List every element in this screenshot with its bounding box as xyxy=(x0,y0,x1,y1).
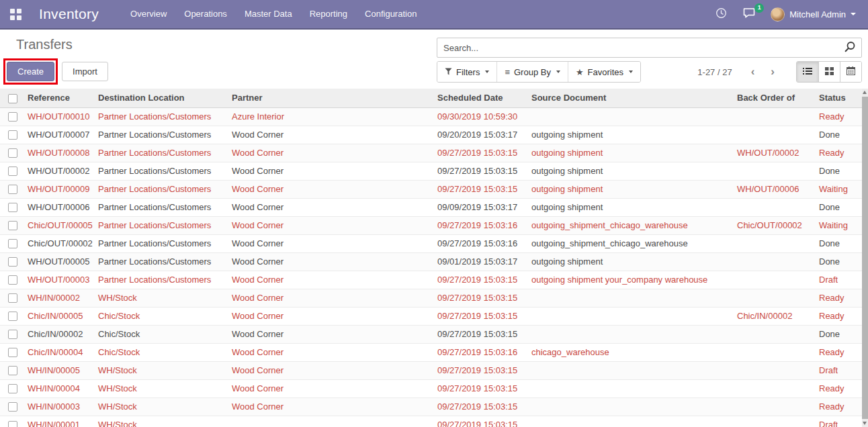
column-header-source-document[interactable]: Source Document xyxy=(529,89,735,107)
row-checkbox[interactable] xyxy=(8,148,17,158)
row-checkbox[interactable] xyxy=(8,421,17,427)
column-header-scheduled-date[interactable]: Scheduled Date xyxy=(435,89,529,107)
cell-destination: Partner Locations/Customers xyxy=(96,144,230,162)
menu-master-data[interactable]: Master Data xyxy=(236,0,301,29)
column-header-reference[interactable]: Reference xyxy=(26,89,96,107)
cell-destination: Partner Locations/Customers xyxy=(96,180,230,198)
table-row[interactable]: Chic/IN/00004Chic/StockWood Corner09/27/… xyxy=(0,343,862,361)
table-body: WH/OUT/00010Partner Locations/CustomersA… xyxy=(0,107,862,427)
scrollbar-thumb[interactable] xyxy=(862,97,868,419)
row-checkbox[interactable] xyxy=(8,203,17,212)
search-input[interactable] xyxy=(437,43,838,53)
select-all-checkbox[interactable] xyxy=(8,94,17,103)
search-icon xyxy=(844,41,856,55)
table-row[interactable]: WH/IN/00004WH/StockWood Corner09/27/2019… xyxy=(0,379,862,397)
cell-source-document xyxy=(529,289,735,307)
row-checkbox[interactable] xyxy=(8,130,17,140)
cell-partner: Wood Corner xyxy=(230,162,435,180)
filters-button[interactable]: Filters xyxy=(437,62,496,82)
row-checkbox[interactable] xyxy=(8,330,17,339)
row-checkbox[interactable] xyxy=(8,239,17,248)
row-checkbox[interactable] xyxy=(8,257,17,267)
scroll-down-arrow[interactable] xyxy=(863,422,867,425)
main-menu: Overview Operations Master Data Reportin… xyxy=(122,0,425,29)
table-row[interactable]: WH/OUT/00006Partner Locations/CustomersW… xyxy=(0,198,862,216)
cell-status: Ready xyxy=(817,343,862,361)
activities-button[interactable] xyxy=(710,3,732,25)
cell-scheduled-date: 09/27/2019 15:03:15 xyxy=(435,162,529,180)
row-checkbox[interactable] xyxy=(8,366,17,375)
cell-reference: WH/OUT/00008 xyxy=(26,144,96,162)
favorites-button[interactable]: ★ Favorites xyxy=(568,62,640,82)
table-row[interactable]: WH/IN/00001WH/Stock09/27/2019 15:03:15Dr… xyxy=(0,416,862,427)
search-button[interactable] xyxy=(838,41,861,55)
table-row[interactable]: WH/OUT/00008Partner Locations/CustomersW… xyxy=(0,144,862,162)
table-row[interactable]: WH/OUT/00007Partner Locations/CustomersW… xyxy=(0,126,862,144)
pager-next-button[interactable]: › xyxy=(764,62,781,81)
row-checkbox[interactable] xyxy=(8,221,17,230)
cell-back-order-of: Chic/IN/00002 xyxy=(735,307,817,325)
row-checkbox[interactable] xyxy=(8,167,17,176)
messages-button[interactable]: 1 xyxy=(738,3,761,25)
cell-scheduled-date: 09/27/2019 15:03:15 xyxy=(435,361,529,379)
table-row[interactable]: Chic/OUT/00002Partner Locations/Customer… xyxy=(0,234,862,252)
transfers-table: ReferenceDestination LocationPartnerSche… xyxy=(0,89,862,427)
cell-status: Ready xyxy=(817,289,862,307)
import-button[interactable]: Import xyxy=(62,62,108,81)
column-header-destination-location[interactable]: Destination Location xyxy=(96,89,230,107)
row-checkbox[interactable] xyxy=(8,275,17,285)
row-checkbox[interactable] xyxy=(8,112,17,122)
cell-reference: Chic/IN/00005 xyxy=(26,307,96,325)
cell-reference: WH/OUT/00006 xyxy=(26,198,96,216)
table-row[interactable]: WH/IN/00003WH/StockWood Corner09/27/2019… xyxy=(0,397,862,416)
cell-partner: Wood Corner xyxy=(230,379,435,397)
star-icon: ★ xyxy=(576,67,584,77)
row-checkbox[interactable] xyxy=(8,384,17,393)
table-row[interactable]: WH/OUT/00009Partner Locations/CustomersW… xyxy=(0,180,862,198)
table-row[interactable]: Chic/OUT/00005Partner Locations/Customer… xyxy=(0,216,862,234)
column-header-back-order-of[interactable]: Back Order of xyxy=(735,89,817,107)
group-by-button[interactable]: ≡ Group By xyxy=(496,62,568,82)
scroll-up-arrow[interactable] xyxy=(863,91,867,94)
cell-destination: WH/Stock xyxy=(96,397,230,416)
row-checkbox[interactable] xyxy=(8,185,17,194)
table-row[interactable]: WH/OUT/00002Partner Locations/CustomersW… xyxy=(0,162,862,180)
table-row[interactable]: Chic/IN/00002Chic/StockWood Corner09/27/… xyxy=(0,325,862,343)
column-header-status[interactable]: Status xyxy=(817,89,862,107)
list-view-button[interactable] xyxy=(797,62,818,82)
menu-configuration[interactable]: Configuration xyxy=(356,0,425,29)
vertical-scrollbar[interactable] xyxy=(862,89,868,427)
menu-operations[interactable]: Operations xyxy=(175,0,236,29)
kanban-view-button[interactable] xyxy=(818,62,840,82)
cell-back-order-of xyxy=(735,361,817,379)
pager-previous-button[interactable]: ‹ xyxy=(744,62,762,81)
calendar-view-button[interactable] xyxy=(840,62,861,82)
cell-partner: Wood Corner xyxy=(230,271,435,289)
create-button[interactable]: Create xyxy=(7,62,54,81)
row-checkbox[interactable] xyxy=(8,402,17,412)
table-row[interactable]: Chic/IN/00005Chic/StockWood Corner09/27/… xyxy=(0,307,862,325)
table-row[interactable]: WH/IN/00002WH/StockWood Corner09/27/2019… xyxy=(0,289,862,307)
column-header-partner[interactable]: Partner xyxy=(230,89,435,107)
cell-partner: Wood Corner xyxy=(230,180,435,198)
table-row[interactable]: WH/IN/00005WH/StockWood Corner09/27/2019… xyxy=(0,361,862,379)
cell-partner: Wood Corner xyxy=(230,397,435,416)
menu-reporting[interactable]: Reporting xyxy=(301,0,356,29)
cell-source-document: outgoing shipment xyxy=(529,162,735,180)
row-checkbox[interactable] xyxy=(8,348,17,357)
table-row[interactable]: WH/OUT/00010Partner Locations/CustomersA… xyxy=(0,107,862,126)
cell-destination: Partner Locations/Customers xyxy=(96,162,230,180)
app-name[interactable]: Inventory xyxy=(39,6,99,22)
row-checkbox[interactable] xyxy=(8,293,17,303)
pager: 1-27 / 27 ‹ › xyxy=(697,62,781,81)
table-row[interactable]: WH/OUT/00003Partner Locations/CustomersW… xyxy=(0,271,862,289)
cell-back-order-of xyxy=(735,325,817,343)
apps-menu-button[interactable] xyxy=(0,0,31,29)
row-checkbox-cell xyxy=(0,361,26,379)
cell-partner: Wood Corner xyxy=(230,126,435,144)
table-row[interactable]: WH/OUT/00005Partner Locations/CustomersW… xyxy=(0,252,862,271)
menu-overview[interactable]: Overview xyxy=(122,0,175,29)
cell-source-document: chicago_warehouse xyxy=(529,343,735,361)
row-checkbox[interactable] xyxy=(8,312,17,321)
user-menu[interactable]: Mitchell Admin xyxy=(767,7,860,21)
